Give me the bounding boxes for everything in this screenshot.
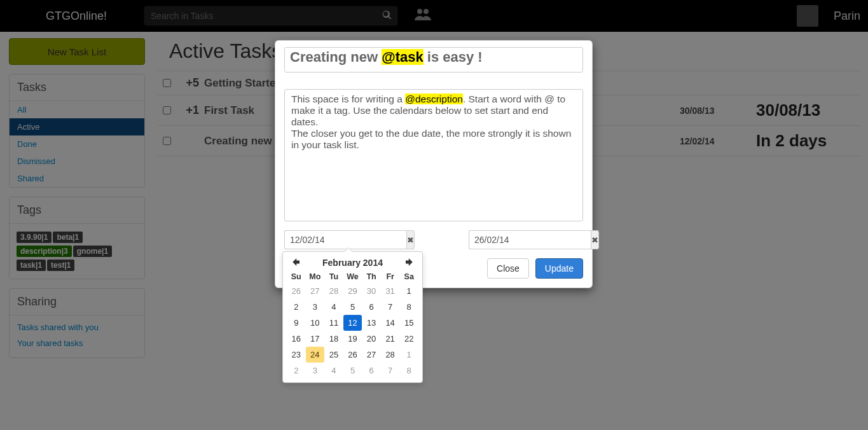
datepicker-day[interactable]: 16 <box>287 331 306 347</box>
datepicker-day[interactable]: 12 <box>343 315 362 331</box>
close-button[interactable]: Close <box>487 258 529 279</box>
datepicker-day[interactable]: 17 <box>306 331 325 347</box>
start-date-clear-button[interactable]: ✖ <box>406 230 415 249</box>
datepicker-day[interactable]: 14 <box>381 315 400 331</box>
datepicker-day[interactable]: 11 <box>324 315 343 331</box>
datepicker-day[interactable]: 9 <box>287 315 306 331</box>
datepicker-dow: Tu <box>324 270 343 283</box>
datepicker-day[interactable]: 3 <box>306 299 325 315</box>
datepicker-day[interactable]: 5 <box>343 299 362 315</box>
datepicker-dow: Sa <box>399 270 418 283</box>
datepicker-day[interactable]: 10 <box>306 315 325 331</box>
start-date-group: ✖ <box>284 230 399 249</box>
datepicker-day[interactable]: 3 <box>306 363 325 378</box>
prev-month-icon[interactable] <box>289 257 302 268</box>
datepicker-day[interactable]: 23 <box>287 347 306 363</box>
datepicker-day[interactable]: 7 <box>381 299 400 315</box>
datepicker-day[interactable]: 28 <box>381 347 400 363</box>
datepicker-day[interactable]: 22 <box>399 331 418 347</box>
title-post: is easy ! <box>424 49 483 65</box>
datepicker-day[interactable]: 31 <box>381 283 400 299</box>
datepicker-day[interactable]: 4 <box>324 363 343 378</box>
datepicker-day[interactable]: 2 <box>287 363 306 378</box>
datepicker-day[interactable]: 27 <box>362 347 381 363</box>
datepicker-day[interactable]: 26 <box>287 283 306 299</box>
datepicker-dow: We <box>343 270 362 283</box>
datepicker-dow: Fr <box>381 270 400 283</box>
datepicker-day[interactable]: 7 <box>381 363 400 378</box>
end-date-input[interactable] <box>469 230 591 249</box>
datepicker-day[interactable]: 15 <box>399 315 418 331</box>
datepicker-day[interactable]: 21 <box>381 331 400 347</box>
datepicker-day[interactable]: 6 <box>362 299 381 315</box>
datepicker-title[interactable]: February 2014 <box>302 258 403 268</box>
datepicker-day[interactable]: 27 <box>306 283 325 299</box>
desc-tag: @description <box>405 94 463 104</box>
datepicker-day[interactable]: 8 <box>399 363 418 378</box>
datepicker-day[interactable]: 6 <box>362 363 381 378</box>
desc-line2: The closer you get to the due date, the … <box>291 128 571 150</box>
datepicker-day[interactable]: 8 <box>399 299 418 315</box>
datepicker-day[interactable]: 2 <box>287 299 306 315</box>
end-date-clear-button[interactable]: ✖ <box>591 230 599 249</box>
datepicker-dow: Th <box>362 270 381 283</box>
start-date-input[interactable] <box>284 230 406 249</box>
datepicker-day[interactable]: 5 <box>343 363 362 378</box>
datepicker-day[interactable]: 30 <box>362 283 381 299</box>
datepicker-day[interactable]: 13 <box>362 315 381 331</box>
datepicker-day[interactable]: 18 <box>324 331 343 347</box>
end-date-group: ✖ <box>469 230 583 249</box>
desc-pre: This space is for writing a <box>291 94 405 104</box>
next-month-icon[interactable] <box>403 257 416 268</box>
datepicker-day[interactable]: 28 <box>324 283 343 299</box>
title-pre: Creating new <box>290 49 382 65</box>
datepicker-day[interactable]: 1 <box>399 283 418 299</box>
datepicker-day[interactable]: 4 <box>324 299 343 315</box>
datepicker-dow: Mo <box>306 270 325 283</box>
datepicker-day[interactable]: 24 <box>306 347 325 363</box>
datepicker-day[interactable]: 19 <box>343 331 362 347</box>
datepicker-dow: Su <box>287 270 306 283</box>
task-description-input[interactable]: This space is for writing a @description… <box>284 89 583 221</box>
update-button[interactable]: Update <box>535 258 583 279</box>
task-title-input[interactable]: Creating new @task is easy ! <box>284 47 583 73</box>
datepicker-day[interactable]: 29 <box>343 283 362 299</box>
datepicker-day[interactable]: 26 <box>343 347 362 363</box>
datepicker-day[interactable]: 20 <box>362 331 381 347</box>
datepicker-day[interactable]: 1 <box>399 347 418 363</box>
title-tag: @task <box>382 49 423 65</box>
datepicker-day[interactable]: 25 <box>324 347 343 363</box>
datepicker: February 2014 SuMoTuWeThFrSa 26272829303… <box>282 251 423 383</box>
